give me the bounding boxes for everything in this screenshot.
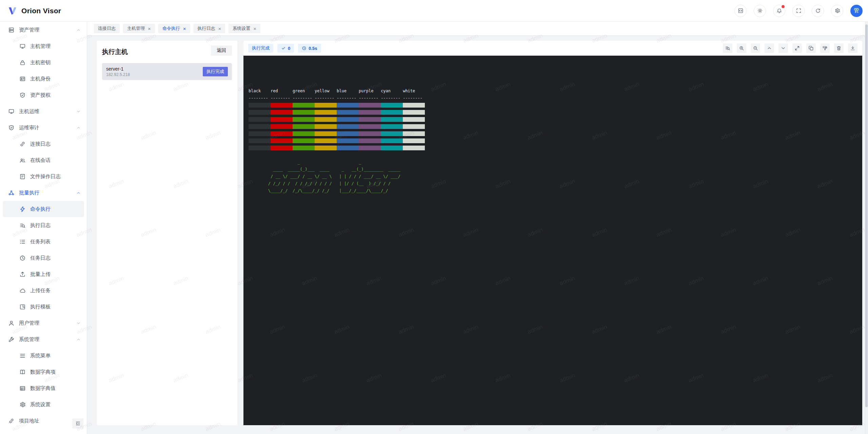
tab-命令执行[interactable]: 命令执行×	[158, 24, 190, 33]
color-block-blue	[337, 110, 359, 115]
color-block-yellow	[315, 110, 337, 115]
sidebar-group-用户管理[interactable]: 用户管理	[0, 315, 87, 331]
tab-主机管理[interactable]: 主机管理×	[123, 24, 155, 33]
color-block-yellow	[315, 124, 337, 129]
clear-screen-button[interactable]	[820, 43, 830, 53]
page-scrollbar[interactable]	[865, 22, 868, 434]
tab-系统设置[interactable]: 系统设置×	[229, 24, 260, 33]
expand-button[interactable]	[792, 43, 802, 53]
scroll-top-button[interactable]	[765, 43, 774, 53]
sidebar-item-系统菜单[interactable]: 系统菜单	[0, 347, 87, 364]
sidebar-group-label: 资产管理	[19, 27, 39, 33]
host-list: server-1182.92.5.218执行完成	[102, 63, 232, 80]
sidebar-group-运维审计[interactable]: 运维审计	[0, 119, 87, 136]
sidebar-group-批量执行[interactable]: 批量执行	[0, 185, 87, 201]
wrench-icon	[8, 336, 15, 343]
tab-执行日志[interactable]: 执行日志×	[194, 24, 225, 33]
sidebar-item-系统设置[interactable]: 系统设置	[0, 396, 87, 413]
app-title: Orion Visor	[21, 7, 61, 15]
sidebar-item-主机管理[interactable]: 主机管理	[0, 38, 87, 54]
zoom-out-button[interactable]	[751, 43, 760, 53]
code-button[interactable]	[734, 5, 747, 17]
sidebar-group-资产管理[interactable]: 资产管理	[0, 22, 87, 38]
sidebar-item-批量上传[interactable]: 批量上传	[0, 266, 87, 282]
color-block-purple	[359, 103, 381, 108]
status-badge-label: 执行完成	[252, 45, 270, 51]
color-block-cyan	[381, 146, 403, 150]
refresh-button[interactable]	[812, 5, 824, 17]
exit-code-badge: 0	[277, 44, 294, 53]
chevron-up-icon	[76, 337, 81, 342]
host-list-item[interactable]: server-1182.92.5.218执行完成	[102, 63, 232, 80]
close-tab-icon[interactable]: ×	[183, 26, 186, 31]
color-block-yellow	[315, 117, 337, 122]
exec-status-badges: 执行完成 0 0.5s	[248, 44, 321, 53]
scroll-bottom-button[interactable]	[778, 43, 788, 53]
users-icon	[19, 157, 26, 164]
sidebar-item-任务列表[interactable]: 任务列表	[0, 233, 87, 250]
close-tab-icon[interactable]: ×	[218, 26, 221, 31]
sidebar-item-主机密钥[interactable]: 主机密钥	[0, 54, 87, 71]
fullscreen-button[interactable]	[792, 5, 805, 17]
notifications-button[interactable]	[773, 5, 785, 17]
sidebar-item-数据字典值[interactable]: 数据字典值	[0, 380, 87, 396]
sidebar-item-命令执行[interactable]: 命令执行	[3, 201, 84, 217]
sidebar-item-label: 连接日志	[30, 141, 51, 147]
users-icon	[19, 157, 26, 164]
sidebar-item-label: 数据字典值	[30, 385, 56, 392]
close-tab-icon[interactable]: ×	[148, 26, 151, 31]
chevron-down-icon	[76, 109, 81, 114]
settings-button[interactable]	[831, 5, 843, 17]
zoom-in-button[interactable]	[737, 43, 746, 53]
exec-header: 执行完成 0 0.5s	[243, 41, 862, 56]
sidebar-item-label: 主机身份	[30, 76, 51, 82]
collapse-sidebar-button[interactable]	[72, 418, 83, 429]
expand-icon	[794, 45, 800, 51]
user-avatar[interactable]: 管	[850, 5, 863, 17]
chevron-up-icon	[76, 28, 81, 32]
upload-icon	[19, 271, 26, 278]
color-block-blue	[337, 146, 359, 150]
zoom-in-icon	[739, 45, 744, 51]
terminal-output[interactable]: black red green yellow blue purple cyan …	[243, 56, 862, 425]
close-tab-icon[interactable]: ×	[253, 26, 256, 31]
searchlog-icon	[19, 222, 26, 229]
orion-visor-logo-icon	[7, 6, 18, 16]
sidebar-item-数据字典项[interactable]: 数据字典项	[0, 364, 87, 380]
delete-button[interactable]	[834, 43, 844, 53]
sidebar-group-系统管理[interactable]: 系统管理	[0, 331, 87, 347]
sidebar-item-上传任务[interactable]: 上传任务	[0, 282, 87, 299]
scroll-top-icon	[767, 45, 772, 51]
sidebar-item-资产授权[interactable]: 资产授权	[0, 87, 87, 103]
sidebar-group-label: 项目地址	[19, 418, 39, 424]
sidebar-group-label: 批量执行	[19, 190, 39, 196]
sidebar-item-文件操作日志[interactable]: 文件操作日志	[0, 168, 87, 185]
download-button[interactable]	[848, 43, 857, 53]
sidebar-item-主机身份[interactable]: 主机身份	[0, 71, 87, 87]
file-icon	[19, 173, 26, 180]
bell-icon	[776, 8, 782, 14]
sidebar-item-label: 主机管理	[30, 43, 51, 50]
sidebar-item-执行模板[interactable]: 执行模板	[0, 299, 87, 315]
sidebar-item-执行日志[interactable]: 执行日志	[0, 217, 87, 233]
sidebar-item-label: 系统菜单	[30, 353, 51, 359]
clock-icon	[19, 255, 26, 261]
sidebar-group-主机运维[interactable]: 主机运维	[0, 103, 87, 119]
color-block-blue	[337, 124, 359, 129]
sidebar-item-连接日志[interactable]: 连接日志	[0, 136, 87, 152]
wrench-icon	[8, 336, 15, 343]
back-button[interactable]: 返回	[211, 45, 232, 56]
status-badge: 执行完成	[248, 44, 273, 53]
tab-连接日志[interactable]: 连接日志	[94, 24, 120, 33]
sidebar-item-任务日志[interactable]: 任务日志	[0, 250, 87, 266]
tab-bar: 连接日志主机管理×命令执行×执行日志×系统设置×	[87, 22, 868, 36]
shield-icon	[19, 92, 26, 98]
theme-toggle-button[interactable]	[754, 5, 766, 17]
copy-button[interactable]	[806, 43, 816, 53]
sidebar-item-在线会话[interactable]: 在线会话	[0, 152, 87, 168]
search-log-button[interactable]	[723, 43, 732, 53]
duration-value: 0.5s	[309, 46, 317, 51]
color-block-cyan	[381, 110, 403, 115]
color-block-white	[403, 146, 425, 150]
scrollbar-thumb[interactable]	[865, 24, 868, 407]
